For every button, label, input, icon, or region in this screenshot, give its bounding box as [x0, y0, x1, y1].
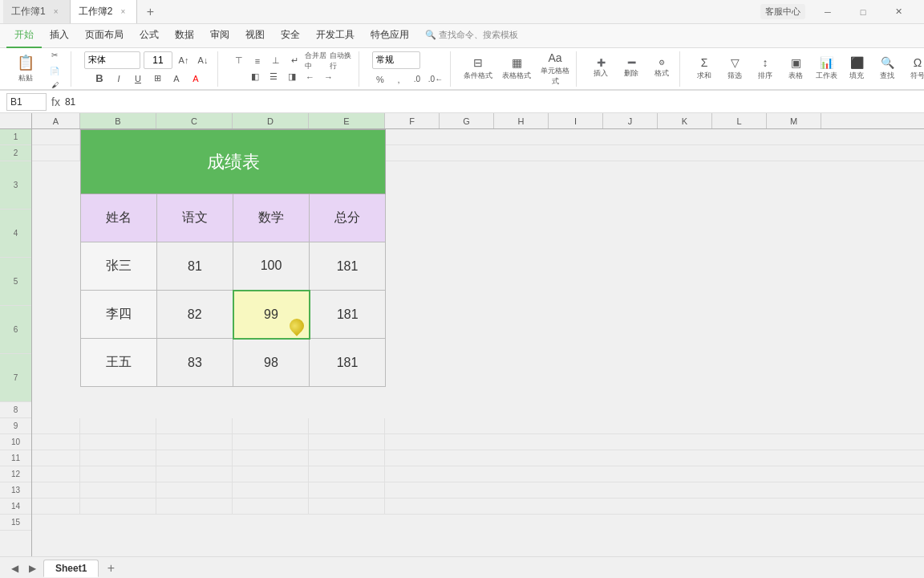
tab-formulas[interactable]: 公式: [132, 24, 167, 48]
align-right-btn[interactable]: ◨: [284, 70, 300, 84]
tab-review[interactable]: 审阅: [202, 24, 237, 48]
table-format-btn[interactable]: ▦ 表格格式: [500, 56, 533, 82]
maximize-btn[interactable]: □: [847, 4, 879, 20]
tab-insert[interactable]: 插入: [42, 24, 77, 48]
tab-data[interactable]: 数据: [167, 24, 202, 48]
row-num-3: 3: [0, 161, 31, 210]
col-header-E: E: [309, 113, 385, 128]
sort-btn[interactable]: ↕ 排序: [752, 56, 778, 82]
row-num-11: 11: [0, 450, 31, 466]
cell-style-btn[interactable]: Aa 单元格格式: [539, 56, 571, 82]
sheet-nav-left[interactable]: ◀: [6, 560, 22, 576]
align-center-btn[interactable]: ☰: [265, 70, 282, 84]
table-btn[interactable]: ▣ 表格: [783, 56, 808, 82]
row1-math: 100: [233, 242, 310, 291]
ribbon-toolbar: 📋 粘贴 ✂ 📄 🖌 宋体 11 A↑ A↓ B I U ⊞ A: [0, 48, 924, 90]
merge-center-btn[interactable]: 合并居中: [305, 54, 327, 68]
col-header-K: K: [658, 113, 712, 128]
window-controls: ─ □ ✕: [812, 4, 914, 20]
align-top-btn[interactable]: ⊤: [231, 54, 247, 68]
grid-body: 1 2 3 4 5 6 7 8 9 10 11 12 13 14 15: [0, 129, 924, 556]
row-num-10: 10: [0, 434, 31, 450]
font-color-btn[interactable]: A: [188, 71, 204, 87]
row2-math[interactable]: 99: [233, 291, 310, 339]
sheet-tab-1[interactable]: Sheet1: [43, 560, 99, 577]
cell-cursor-icon: [286, 315, 306, 336]
row-num-7: 7: [0, 354, 31, 402]
row-num-14: 14: [0, 499, 31, 515]
copy-btn[interactable]: 📄: [43, 64, 66, 79]
thousands-btn[interactable]: ,: [391, 72, 407, 87]
insert-btn[interactable]: ➕ 插入: [588, 56, 614, 82]
tab-search[interactable]: 🔍 查找命令、搜索模板: [417, 24, 526, 48]
title-row: 成绩表: [81, 130, 386, 194]
new-tab-button[interactable]: +: [140, 2, 160, 22]
tab2-close[interactable]: ×: [117, 6, 128, 18]
row-num-9: 9: [0, 418, 31, 434]
align-left-btn[interactable]: ◧: [247, 70, 263, 84]
empty-row-below-1: [32, 418, 924, 434]
font-name-selector[interactable]: 宋体: [84, 51, 140, 69]
data-row-1: 张三 81 100 181: [81, 242, 386, 291]
row-num-13: 13: [0, 482, 31, 499]
tab-security[interactable]: 安全: [273, 24, 308, 48]
align-bottom-btn[interactable]: ⊥: [268, 54, 284, 68]
tab-view[interactable]: 视图: [237, 24, 273, 48]
close-btn[interactable]: ✕: [882, 4, 914, 20]
border-btn[interactable]: ⊞: [149, 71, 165, 87]
tab-home[interactable]: 开始: [6, 24, 42, 48]
align-middle-btn[interactable]: ≡: [249, 54, 265, 68]
decrease-indent-btn[interactable]: ←: [302, 70, 318, 84]
fill-color-btn[interactable]: A: [168, 71, 184, 87]
font-increase-btn[interactable]: A↑: [176, 52, 192, 68]
header-math: 数学: [233, 194, 310, 242]
number-format-selector[interactable]: 常规: [372, 51, 420, 69]
increase-decimal-btn[interactable]: .0: [409, 72, 425, 87]
tab-workbook2[interactable]: 工作簿2 ×: [71, 0, 138, 23]
cut-btn[interactable]: ✂: [43, 48, 66, 63]
data-row-3: 王五 83 98 181: [81, 339, 386, 387]
fill-btn[interactable]: ⬛ 填充: [844, 56, 869, 82]
row2-chinese: 82: [157, 291, 233, 339]
auto-wrap-btn[interactable]: 自动换行: [330, 54, 352, 68]
empty-row-below-2: [32, 434, 924, 450]
special-symbol-btn[interactable]: Ω 符号: [905, 56, 924, 82]
customer-service-btn[interactable]: 客服中心: [760, 4, 805, 19]
row1-name: 张三: [81, 242, 157, 291]
conditional-format-btn[interactable]: ⊟ 条件格式: [462, 56, 494, 82]
empty-row-below-5: [32, 482, 924, 499]
format-btn[interactable]: ⚙ 格式: [649, 56, 675, 82]
filter-btn[interactable]: ▽ 筛选: [722, 56, 748, 82]
percent-btn[interactable]: %: [372, 72, 388, 87]
decrease-decimal-btn[interactable]: .0←: [428, 72, 444, 87]
cell-reference[interactable]: B1: [6, 93, 47, 111]
tab-workbook1[interactable]: 工作簿1 ×: [3, 0, 71, 23]
tab-page-layout[interactable]: 页面布局: [77, 24, 132, 48]
delete-btn[interactable]: ➖ 删除: [618, 56, 644, 82]
wrap-text-btn[interactable]: ↵: [286, 54, 302, 68]
row-num-1: 1: [0, 129, 31, 145]
font-size-selector[interactable]: 11: [144, 51, 172, 69]
sheet-add-button[interactable]: +: [102, 560, 120, 577]
cell-area[interactable]: 成绩表 姓名 语文 数学: [32, 129, 924, 556]
tab-dev-tools[interactable]: 开发工具: [308, 24, 363, 48]
col-header-H: H: [494, 113, 549, 128]
format-paint-btn[interactable]: 🖌: [43, 80, 66, 90]
paste-btn[interactable]: 📋 粘贴: [11, 56, 40, 82]
tab-special[interactable]: 特色应用: [363, 24, 417, 48]
row1-chinese: 81: [157, 242, 233, 291]
find-btn[interactable]: 🔍 查找: [874, 56, 900, 82]
increase-indent-btn[interactable]: →: [321, 70, 337, 84]
minimize-btn[interactable]: ─: [812, 4, 844, 20]
font-decrease-btn[interactable]: A↓: [195, 52, 211, 68]
title-right-area: 客服中心 ─ □ ✕: [760, 4, 921, 20]
sum-btn[interactable]: Σ 求和: [691, 56, 717, 82]
bold-btn[interactable]: B: [91, 71, 107, 87]
header-name: 姓名: [81, 194, 157, 242]
formula-content[interactable]: 81: [65, 96, 75, 108]
underline-btn[interactable]: U: [130, 71, 146, 87]
sheet-nav-right[interactable]: ▶: [24, 560, 40, 576]
worksheet-btn[interactable]: 📊 工作表: [813, 56, 839, 82]
italic-btn[interactable]: I: [111, 71, 127, 87]
tab1-close[interactable]: ×: [51, 6, 62, 18]
